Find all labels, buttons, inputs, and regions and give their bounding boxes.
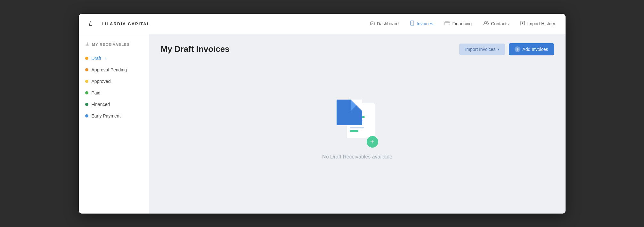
page-title: My Draft Invoices — [161, 44, 230, 54]
nav-item-financing[interactable]: Financing — [444, 21, 472, 27]
main-layout: MY RECEIVABLES Draft › Approval Pending … — [79, 34, 566, 214]
svg-rect-4 — [445, 22, 450, 25]
sidebar-item-financed[interactable]: Financed — [79, 99, 149, 110]
dot-approval-pending — [85, 68, 88, 71]
sidebar-header: MY RECEIVABLES — [79, 42, 149, 53]
header-actions: Import Invoices ▾ + Add Invoices — [459, 43, 554, 55]
empty-message: No Draft Receivables available — [322, 154, 392, 160]
content-header: My Draft Invoices Import Invoices ▾ + Ad… — [161, 43, 554, 55]
nav-item-dashboard[interactable]: Dashboard — [370, 20, 399, 27]
svg-point-7 — [487, 21, 488, 23]
nav-item-import-history[interactable]: Import History — [520, 20, 555, 27]
sidebar-label-draft: Draft — [92, 56, 101, 61]
dropdown-chevron-icon: ▾ — [497, 47, 499, 52]
import-invoices-button[interactable]: Import Invoices ▾ — [459, 44, 505, 55]
add-button-label: Add Invoices — [522, 47, 548, 52]
sidebar-label-early-payment: Early Payment — [92, 113, 121, 118]
nav-label-import-history: Import History — [527, 21, 555, 26]
nav-item-invoices[interactable]: Invoices — [410, 20, 433, 27]
sidebar-item-approval-pending[interactable]: Approval Pending — [79, 64, 149, 76]
chevron-icon: › — [105, 56, 106, 61]
add-invoices-button[interactable]: + Add Invoices — [509, 43, 554, 55]
sidebar-item-approved[interactable]: Approved — [79, 76, 149, 87]
nav-label-financing: Financing — [452, 21, 472, 26]
sidebar-item-list: Draft › Approval Pending Approved Paid — [79, 53, 149, 122]
doc-line-6 — [350, 130, 358, 132]
logo-script: L — [89, 19, 99, 28]
sidebar-label-paid: Paid — [92, 90, 101, 95]
empty-state: + No Draft Receivables available — [161, 66, 554, 194]
nav-label-dashboard: Dashboard — [377, 21, 399, 26]
app-window: L LILARDIA CAPITAL Dashboard Invoices — [79, 14, 566, 214]
import-history-icon — [520, 20, 525, 27]
doc-corner — [351, 100, 362, 111]
sidebar-label-approved: Approved — [92, 79, 111, 84]
sidebar-item-paid[interactable]: Paid — [79, 87, 149, 99]
add-circle-icon: + — [367, 136, 378, 148]
nav-items: Dashboard Invoices Financing Contacts — [370, 20, 555, 27]
dot-financed — [85, 103, 88, 106]
sidebar-header-label: MY RECEIVABLES — [92, 43, 130, 46]
sidebar-item-early-payment[interactable]: Early Payment — [79, 110, 149, 122]
dot-draft — [85, 57, 88, 60]
sidebar-item-draft[interactable]: Draft › — [79, 53, 149, 64]
nav-item-contacts[interactable]: Contacts — [483, 21, 509, 27]
logo: L LILARDIA CAPITAL — [89, 19, 150, 28]
home-icon — [370, 20, 375, 27]
invoices-icon — [410, 20, 415, 27]
add-icon: + — [515, 46, 520, 52]
dot-approved — [85, 80, 88, 83]
sidebar-label-approval-pending: Approval Pending — [92, 67, 127, 72]
sidebar-label-financed: Financed — [92, 102, 110, 107]
financing-icon — [444, 21, 450, 27]
import-button-label: Import Invoices — [465, 47, 495, 52]
dot-early-payment — [85, 114, 88, 118]
nav-label-invoices: Invoices — [417, 21, 433, 26]
sidebar: MY RECEIVABLES Draft › Approval Pending … — [79, 34, 149, 214]
doc-front — [337, 100, 362, 125]
dot-paid — [85, 91, 88, 94]
nav-label-contacts: Contacts — [491, 21, 509, 26]
top-nav: L LILARDIA CAPITAL Dashboard Invoices — [79, 14, 566, 34]
doc-line-5 — [350, 127, 364, 128]
contacts-icon — [483, 21, 489, 27]
logo-text: LILARDIA CAPITAL — [102, 21, 150, 26]
download-icon — [85, 42, 90, 47]
content-area: My Draft Invoices Import Invoices ▾ + Ad… — [149, 34, 566, 214]
empty-illustration: + — [337, 100, 378, 148]
